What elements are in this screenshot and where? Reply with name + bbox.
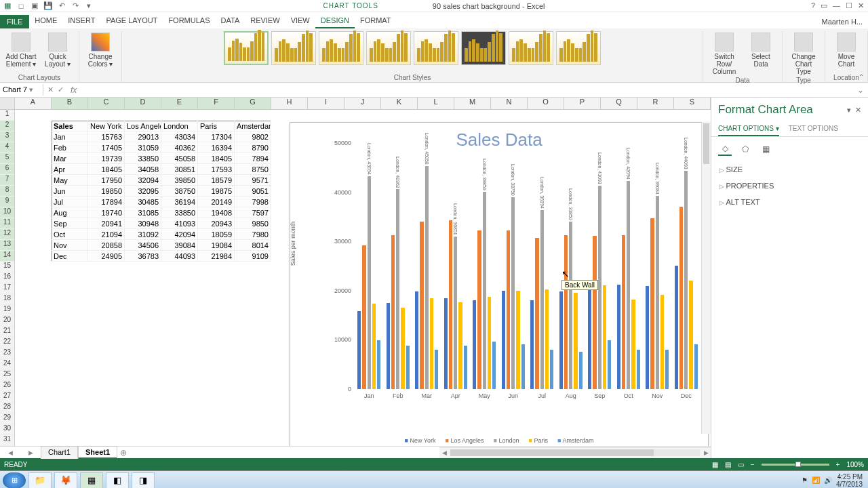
zoom-level[interactable]: 100% [846, 461, 864, 468]
cell[interactable]: 20941 [88, 218, 125, 229]
save-icon[interactable]: 💾 [43, 1, 53, 11]
legend-item-new-york[interactable]: New York [405, 437, 436, 444]
change-colors-button[interactable]: Change Colors ▾ [83, 31, 117, 69]
taskbar-explorer-icon[interactable]: 📁 [28, 472, 52, 489]
column-header-C[interactable]: C [88, 98, 125, 109]
cell[interactable]: 17593 [198, 164, 235, 175]
row-header-16[interactable]: 16 [0, 272, 14, 283]
chart-style-4[interactable] [366, 31, 411, 65]
collapse-ribbon-icon[interactable]: ⌃ [859, 73, 864, 81]
maximize-icon[interactable]: ☐ [846, 1, 852, 10]
cell[interactable]: 40362 [161, 142, 198, 153]
column-header-A[interactable]: A [15, 98, 52, 109]
cell[interactable]: 30851 [161, 164, 198, 175]
zoom-out-icon[interactable]: − [751, 461, 755, 468]
qat-more-icon[interactable]: ▾ [84, 1, 94, 11]
ribbon-tab-design[interactable]: DESIGN [315, 14, 355, 28]
ribbon-tab-page-layout[interactable]: PAGE LAYOUT [100, 14, 163, 28]
cell[interactable]: 7597 [235, 207, 271, 218]
column-header-E[interactable]: E [161, 98, 198, 109]
chart-style-7[interactable] [509, 31, 553, 65]
help-icon[interactable]: ? [811, 1, 815, 10]
cell[interactable]: 43034 [161, 131, 198, 142]
chart-style-2[interactable] [271, 31, 316, 65]
chart-style-5[interactable] [414, 31, 458, 65]
expand-formula-bar-icon[interactable]: ⌄ [853, 85, 868, 95]
fx-icon[interactable]: fx [68, 85, 79, 95]
taskbar-clock[interactable]: 4:25 PM 4/7/2013 [836, 473, 865, 488]
legend-item-amsterdam[interactable]: Amsterdam [557, 437, 593, 444]
chart-legend[interactable]: New YorkLos AngelesLondonParisAmsterdam [290, 437, 708, 444]
cell[interactable]: 39084 [161, 240, 198, 251]
cell[interactable]: 15763 [88, 131, 125, 142]
cell[interactable]: 20858 [88, 240, 125, 251]
cell[interactable]: 18579 [198, 175, 235, 186]
legend-item-london[interactable]: London [494, 437, 519, 444]
taskbar-excel-icon[interactable]: ▦ [80, 472, 103, 489]
row-header-13[interactable]: 13 [0, 240, 14, 251]
column-header-R[interactable]: R [637, 98, 674, 109]
cell[interactable]: 31085 [125, 207, 161, 218]
cell[interactable]: Los Angeles [125, 121, 161, 131]
row-header-27[interactable]: 27 [0, 392, 14, 403]
pane-options-icon[interactable]: ▾ [847, 106, 851, 115]
chart-style-8[interactable] [556, 31, 601, 65]
sheet-tab-sheet1[interactable]: Sheet1 [78, 446, 117, 459]
change-chart-type-button[interactable]: Change Chart Type [787, 31, 821, 77]
cell[interactable]: 45058 [161, 153, 198, 164]
pane-tab-chart-options[interactable]: CHART OPTIONS ▾ [718, 122, 779, 136]
cell[interactable]: 42094 [161, 229, 198, 240]
move-chart-button[interactable]: Move Chart [829, 31, 863, 69]
row-header-7[interactable]: 7 [0, 175, 14, 186]
ribbon-tab-view[interactable]: VIEW [285, 14, 315, 28]
cell[interactable]: 32095 [125, 186, 161, 197]
redo-icon[interactable]: ↷ [71, 1, 80, 11]
ribbon-display-icon[interactable]: ▭ [821, 1, 827, 10]
file-tab[interactable]: FILE [0, 15, 29, 28]
column-header-K[interactable]: K [381, 98, 418, 109]
cell[interactable]: Amsterdam [235, 121, 271, 131]
cell[interactable]: 30948 [125, 218, 161, 229]
cell[interactable]: 7894 [235, 153, 271, 164]
ribbon-tab-review[interactable]: REVIEW [245, 14, 285, 28]
new-sheet-button[interactable]: ⊕ [117, 448, 130, 458]
cell[interactable]: Sep [52, 218, 88, 229]
legend-item-paris[interactable]: Paris [529, 437, 548, 444]
minimize-icon[interactable]: — [833, 1, 840, 10]
zoom-in-icon[interactable]: + [836, 461, 840, 468]
cell[interactable]: 31059 [125, 142, 161, 153]
size-properties-icon[interactable]: ▦ [759, 142, 772, 156]
cell[interactable]: 38750 [161, 186, 198, 197]
column-header-O[interactable]: O [528, 98, 564, 109]
row-header-8[interactable]: 8 [0, 186, 14, 197]
cell[interactable]: 17894 [88, 197, 125, 207]
y-axis-title[interactable]: Sales per month [290, 222, 296, 266]
row-header-21[interactable]: 21 [0, 327, 14, 338]
column-header-J[interactable]: J [344, 98, 381, 109]
column-header-F[interactable]: F [198, 98, 235, 109]
column-header-M[interactable]: M [454, 98, 491, 109]
row-header-17[interactable]: 17 [0, 283, 14, 294]
cell[interactable]: 44093 [161, 251, 198, 262]
row-header-25[interactable]: 25 [0, 370, 14, 381]
ribbon-tab-home[interactable]: HOME [29, 14, 62, 28]
pane-tab-text-options[interactable]: TEXT OPTIONS [789, 122, 838, 136]
cell[interactable]: 19084 [198, 240, 235, 251]
cell[interactable]: 41093 [161, 218, 198, 229]
tray-network-icon[interactable]: 📶 [812, 476, 820, 484]
row-headers[interactable]: 1234567891011121314151617181920212223242… [0, 110, 15, 446]
cell[interactable]: 36783 [125, 251, 161, 262]
cell[interactable]: Dec [52, 251, 88, 262]
row-header-29[interactable]: 29 [0, 413, 14, 424]
row-header-19[interactable]: 19 [0, 305, 14, 316]
account-name[interactable]: Maarten H... [816, 15, 868, 28]
cell[interactable]: Jan [52, 131, 88, 142]
column-header-I[interactable]: I [308, 98, 344, 109]
select-data-button[interactable]: Select Data [744, 31, 778, 69]
cell[interactable]: 17304 [198, 131, 235, 142]
cell[interactable]: 19740 [88, 207, 125, 218]
row-header-11[interactable]: 11 [0, 218, 14, 229]
cell[interactable]: 9571 [235, 175, 271, 186]
column-header-H[interactable]: H [271, 98, 308, 109]
cell[interactable]: 29013 [125, 131, 161, 142]
